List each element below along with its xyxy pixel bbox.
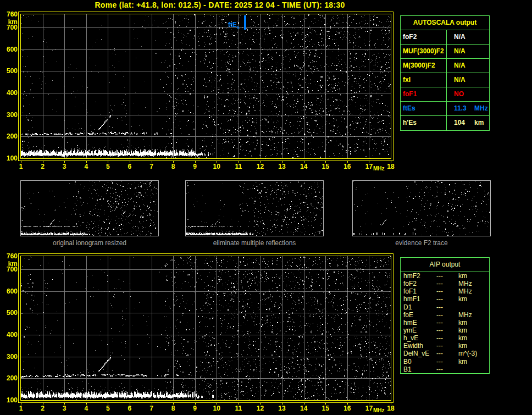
restored-x-tick-label: 3 [58,405,71,412]
thumbnail-caption: original ionogram resized [20,239,159,247]
restored-x-tick-label: 14 [297,405,311,412]
main-x-tick-mark [21,161,21,163]
autoscala-row-label: foF1 [401,87,447,101]
ionogram-main-plot: ftEs [18,12,394,161]
aip-table-title: AIP output [401,258,489,272]
main-x-tick-mark [282,161,282,163]
main-x-tick-mark [152,161,152,163]
main-x-tick-label: 13 [275,163,289,170]
restored-x-tick-mark [108,403,108,405]
aip-row-unit: MHz [458,287,472,295]
aip-row-label: hmE [403,319,436,327]
autoscala-row-value: N/A [447,73,474,87]
restored-x-tick-label: 5 [101,405,114,412]
restored-x-tick-label: 6 [123,405,136,412]
aip-row-unit: km [458,342,467,350]
aip-row: foF1---MHz [401,287,489,295]
aip-row-label: ymE [403,327,436,334]
restored-x-tick-label: 2 [36,405,49,412]
main-y-tick-label: 400 [0,89,18,97]
autoscala-row-value: N/A [447,59,474,73]
aip-table-rows: hmF2---kmfoF2---MHzfoF1---MHzhmF1---kmD1… [401,272,489,373]
thumbnail-evidence-canvas [353,181,490,236]
restored-x-tick-mark [325,403,326,405]
autoscala-row-label: M(3000)F2 [401,59,447,73]
main-x-tick-mark [130,161,130,163]
aip-row-label: B0 [403,358,436,366]
aip-row-value: --- [436,280,458,287]
main-x-tick-label: 16 [341,163,354,170]
autoscala-row: foF1NO [401,87,489,102]
main-x-tick-mark [369,161,369,163]
autoscala-row-label: fxI [401,73,447,87]
main-x-tick-label: 2 [36,163,49,170]
aip-row-value: --- [436,327,458,334]
autoscala-row-value: N/A [447,30,474,44]
restored-x-tick-label: 15 [319,405,332,412]
ionogram-restored-plot [18,253,394,403]
aip-row: foE---MHz [401,311,489,319]
aip-row: B0---km [401,358,489,366]
aip-row: hmF2---km [401,272,489,280]
main-x-tick-mark [391,161,391,163]
thumbnail-frame [20,180,159,236]
aip-row-label: h_vE [403,334,436,342]
page-title: Rome (lat: +41.8, lon: 012.5) - DATE: 20… [0,1,440,9]
main-x-tick-label: 1 [14,163,27,170]
restored-x-tick-mark [304,403,304,405]
aip-row-label: foF1 [403,287,436,295]
thumbnail-original-canvas [21,181,158,236]
autoscala-row: fxIN/A [401,73,489,87]
main-x-tick-mark [347,161,348,163]
aip-row: B1--- [401,366,489,373]
autoscala-screen: Rome (lat: +41.8, lon: 012.5) - DATE: 20… [0,0,532,415]
restored-x-tick-mark [347,403,348,405]
autoscala-output-table: AUTOSCALA output foF2N/AMUF(3000)F2N/AM(… [400,15,490,131]
restored-x-tick-mark [43,403,43,405]
aip-row-value: --- [436,350,458,357]
thumbnail-caption: evidence F2 trace [352,239,491,247]
restored-x-tick-mark [152,403,152,405]
restored-x-tick-mark [173,403,174,405]
ftes-marker-label: ftEs [228,21,240,30]
main-y-tick-label: 760 [0,10,18,18]
aip-row: D1--- [401,303,489,311]
restored-x-tick-mark [391,403,391,405]
autoscala-row-value-number: N/A [454,30,474,44]
restored-x-tick-label: 8 [167,405,180,412]
main-x-tick-label: 12 [253,163,267,170]
aip-row-value: --- [436,295,458,303]
restored-y-axis-unit: km [0,260,18,268]
restored-x-tick-mark [239,403,239,405]
aip-row-unit: km [458,272,467,280]
aip-row-unit: MHz [458,280,472,287]
aip-row: hmE---km [401,319,489,327]
main-x-tick-mark [108,161,108,163]
autoscala-row-value-unit: km [474,119,484,126]
aip-row-label: hmF2 [403,272,436,280]
aip-row-value: --- [436,311,458,319]
main-x-tick-mark [64,161,65,163]
main-x-tick-label: 15 [319,163,332,170]
restored-x-tick-label: 12 [253,405,267,412]
aip-row: foF2---MHz [401,280,489,287]
autoscala-row-value-number: 104 [454,116,474,130]
ionogram-restored-canvas [20,256,391,401]
restored-x-tick-mark [86,403,87,405]
restored-y-tick-label: 200 [0,374,18,382]
aip-row-unit: km [458,334,467,342]
autoscala-row-value: N/A [447,45,474,58]
aip-row-label: Ewidth [403,342,436,350]
aip-row-label: B1 [403,366,436,373]
aip-row-label: hmF1 [403,295,436,303]
autoscala-row-value: 11.3MHz [447,102,488,115]
main-x-tick-mark [217,161,217,163]
restored-x-tick-label: 11 [232,405,245,412]
main-x-tick-label: 3 [58,163,71,170]
autoscala-row-value-number: 11.3 [454,102,474,115]
restored-y-tick-label: 600 [0,287,18,295]
restored-x-tick-label: 16 [341,405,354,412]
restored-y-tick-label: 100 [0,396,18,404]
aip-row-label: DelN_vE [403,350,436,357]
ionogram-main-canvas [20,14,391,159]
